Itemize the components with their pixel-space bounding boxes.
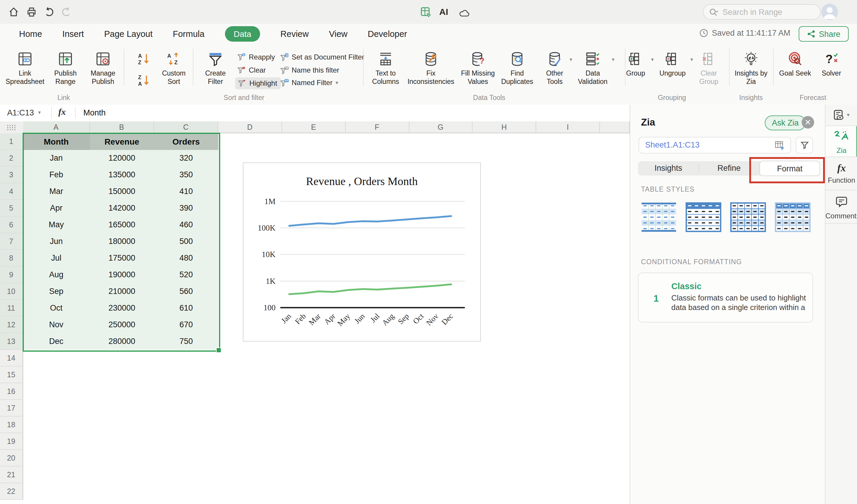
custom-sort-button[interactable]: AZ Custom Sort (156, 51, 192, 86)
cell[interactable]: 560 (154, 283, 218, 300)
table-style-option-4[interactable] (775, 202, 811, 232)
clear-group-button[interactable]: Clear Group (693, 51, 724, 86)
cell[interactable]: 150000 (89, 183, 154, 200)
tab-data[interactable]: Data (225, 26, 260, 41)
tab-refine[interactable]: Refine (699, 161, 759, 175)
row-header-11[interactable]: 11 (0, 300, 23, 317)
range-select-icon[interactable] (775, 141, 785, 151)
row-header-19[interactable]: 19 (0, 433, 23, 450)
fill-missing-values-button[interactable]: ? Fill Missing Values (456, 51, 499, 86)
table-style-option-2[interactable] (686, 202, 721, 232)
data-validation-button[interactable]: Data Validation (574, 51, 611, 86)
column-header-E[interactable]: E (282, 121, 346, 133)
row-header-21[interactable]: 21 (0, 467, 23, 483)
find-duplicates-button[interactable]: Find Duplicates (498, 51, 537, 86)
home-icon[interactable] (8, 6, 19, 17)
tab-formula[interactable]: Formula (173, 29, 204, 38)
share-button[interactable]: Share (799, 26, 849, 41)
tab-format[interactable]: Format (759, 161, 820, 176)
cell[interactable]: Jul (23, 250, 89, 267)
fx-icon[interactable]: fx (58, 107, 66, 117)
rail-item-comments[interactable]: Comments (825, 190, 857, 224)
row-header-7[interactable]: 7 (0, 233, 23, 250)
row-header-9[interactable]: 9 (0, 267, 23, 283)
cell-header-orders[interactable]: Orders (154, 133, 218, 150)
formula-input[interactable]: Month (83, 108, 106, 117)
row-header-8[interactable]: 8 (0, 250, 23, 267)
name-this-filter-button[interactable]: abc Name this filter (280, 65, 339, 75)
cell[interactable]: Aug (23, 267, 89, 283)
embedded-chart[interactable]: Revenue , Orders Month1M100K10K1K100JanF… (243, 163, 481, 341)
cell[interactable]: Oct (23, 300, 89, 317)
reapply-button[interactable]: Reapply (237, 52, 275, 63)
row-header-17[interactable]: 17 (0, 400, 23, 417)
cell[interactable]: Mar (23, 183, 89, 200)
row-header-22[interactable]: 22 (0, 483, 23, 500)
create-filter-button[interactable]: Create Filter (199, 51, 232, 86)
cloud-icon[interactable] (459, 8, 470, 18)
column-header-G[interactable]: G (409, 121, 473, 133)
link-spreadsheet-button[interactable]: Link Spreadsheet (1, 51, 49, 86)
data-validation-chevron-icon[interactable]: ▾ (612, 56, 615, 63)
row-header-14[interactable]: 14 (0, 350, 23, 367)
cell[interactable]: 250000 (89, 317, 154, 333)
cell[interactable]: Jun (23, 233, 89, 250)
row-header-18[interactable]: 18 (0, 417, 23, 433)
cell[interactable]: Apr (23, 200, 89, 217)
column-header-F[interactable]: F (346, 121, 409, 133)
row-header-1[interactable]: 1 (0, 133, 23, 150)
cell[interactable]: 120000 (89, 150, 154, 167)
cell[interactable]: 180000 (89, 233, 154, 250)
row-header-5[interactable]: 5 (0, 200, 23, 217)
group-chevron-icon[interactable]: ▾ (651, 56, 654, 63)
cell-header-revenue[interactable]: Revenue (89, 133, 154, 150)
range-field[interactable]: Sheet1.A1:C13 (639, 137, 791, 153)
insights-by-zia-button[interactable]: Insights by Zia (733, 51, 769, 86)
cell[interactable]: 142000 (89, 200, 154, 217)
other-tools-chevron-icon[interactable]: ▾ (570, 56, 572, 63)
column-header-B[interactable]: B (89, 121, 154, 133)
column-header-D[interactable]: D (218, 121, 282, 133)
tab-review[interactable]: Review (280, 29, 308, 38)
tab-home[interactable]: Home (19, 29, 42, 38)
cell[interactable]: 670 (154, 317, 218, 333)
rail-item-zia[interactable]: Zia (825, 126, 857, 157)
tab-view[interactable]: View (329, 29, 347, 38)
print-icon[interactable] (26, 6, 37, 17)
table-style-option-1[interactable] (641, 202, 677, 232)
ai-label[interactable]: AI (439, 6, 448, 17)
sheet-ai-icon[interactable] (420, 6, 431, 17)
cell[interactable]: Jan (23, 150, 89, 167)
other-tools-button[interactable]: Other Tools (540, 51, 569, 86)
search-input[interactable]: Search in Range (703, 4, 821, 20)
cell[interactable]: 500 (154, 233, 218, 250)
solver-button[interactable]: ? Solver (818, 51, 845, 78)
cell-header-month[interactable]: Month (23, 133, 89, 150)
ungroup-chevron-icon[interactable]: ▾ (690, 56, 693, 63)
manage-publish-button[interactable]: Manage Publish (82, 51, 124, 86)
panel-filter-button[interactable] (796, 137, 813, 153)
row-header-16[interactable]: 16 (0, 383, 23, 400)
cell[interactable]: 190000 (89, 267, 154, 283)
row-header-15[interactable]: 15 (0, 367, 23, 383)
conditional-format-card[interactable]: 1 Classic Classic formats can be used to… (638, 272, 813, 322)
row-header-3[interactable]: 3 (0, 167, 23, 183)
cell[interactable]: 175000 (89, 250, 154, 267)
column-header-partial[interactable] (600, 121, 630, 133)
row-header-20[interactable]: 20 (0, 450, 23, 467)
column-header-A[interactable]: A (23, 121, 89, 133)
sort-az-icon[interactable]: AZ (137, 52, 151, 66)
cell[interactable]: Nov (23, 317, 89, 333)
cell[interactable]: 165000 (89, 217, 154, 233)
cell[interactable]: 460 (154, 217, 218, 233)
column-header-C[interactable]: C (154, 121, 218, 133)
set-document-filter-button[interactable]: Set as Document Filter (280, 52, 364, 63)
sort-za-icon[interactable]: ZA (137, 73, 151, 87)
cell[interactable]: Dec (23, 333, 89, 350)
cell[interactable]: 280000 (89, 333, 154, 350)
redo-icon[interactable] (61, 6, 71, 17)
row-header-13[interactable]: 13 (0, 333, 23, 350)
highlight-filter-button[interactable]: Highlight (235, 77, 281, 89)
cell[interactable]: 520 (154, 267, 218, 283)
text-to-columns-button[interactable]: Text to Columns (367, 51, 405, 86)
